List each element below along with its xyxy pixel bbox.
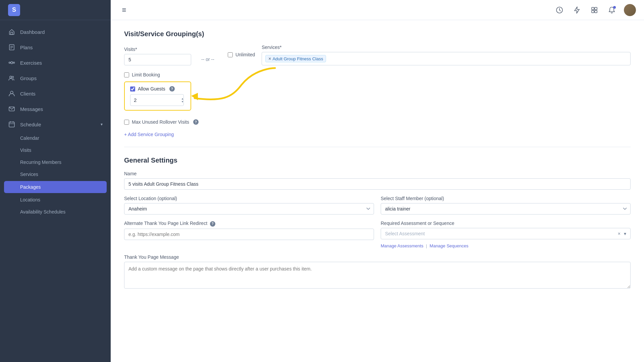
plans-icon	[8, 44, 15, 51]
allow-guests-help-icon[interactable]: ?	[169, 86, 175, 92]
allow-guests-checkbox-row: Allow Guests ?	[130, 86, 185, 92]
general-settings-title: General Settings	[124, 157, 631, 164]
notification-icon[interactable]	[606, 5, 617, 15]
services-tag-input[interactable]: × Adult Group Fitness Class	[262, 52, 631, 65]
guests-input-wrap: ▲ ▼	[130, 94, 185, 106]
sidebar-item-plans[interactable]: Plans	[0, 40, 111, 55]
svg-point-5	[9, 62, 10, 63]
visits-input[interactable]	[124, 54, 191, 65]
sub-item-label: Calendar	[20, 135, 39, 141]
sidebar-item-exercises[interactable]: Exercises	[0, 55, 111, 70]
sidebar-sub-item-availability-schedules[interactable]: Availability Schedules	[0, 206, 111, 218]
sidebar-item-label: Messages	[20, 106, 43, 112]
max-rollover-help-icon[interactable]: ?	[193, 119, 199, 125]
service-tag: × Adult Group Fitness Class	[265, 55, 326, 62]
svg-marker-19	[575, 7, 579, 13]
sidebar-item-dashboard[interactable]: Dashboard	[0, 24, 111, 40]
location-group: Select Location (optional) Anaheim	[124, 196, 374, 215]
svg-point-6	[13, 62, 15, 63]
sidebar-item-label: Groups	[20, 75, 37, 81]
manage-sequences-link[interactable]: Manage Sequences	[430, 243, 469, 248]
sub-item-label: Availability Schedules	[20, 209, 65, 215]
or-divider: -- or --	[198, 46, 221, 65]
groups-icon	[8, 74, 15, 82]
exercises-icon	[8, 59, 15, 66]
svg-point-11	[12, 76, 14, 78]
sidebar-sub-item-packages[interactable]: Packages	[4, 181, 107, 193]
sidebar-item-groups[interactable]: Groups	[0, 70, 111, 86]
svg-rect-14	[9, 122, 14, 127]
svg-rect-23	[595, 10, 597, 13]
limit-booking-label[interactable]: Limit Booking	[132, 72, 160, 77]
sidebar-logo: S	[0, 0, 111, 20]
alt-thankyou-label: Alternate Thank You Page Link Redirect ?	[124, 221, 374, 227]
sidebar-item-label: Clients	[20, 91, 36, 97]
thankyou-message-label: Thank You Page Message	[124, 254, 631, 260]
allow-guests-box: Allow Guests ? ▲ ▼	[124, 81, 191, 111]
assessment-group: Required Assessment or Sequence Select A…	[381, 221, 631, 248]
name-group: Name	[124, 171, 631, 190]
assessment-placeholder: Select Assessment	[385, 231, 425, 236]
allow-guests-label[interactable]: Allow Guests	[138, 86, 165, 92]
lightning-icon[interactable]	[572, 5, 582, 15]
avatar[interactable]	[624, 4, 636, 16]
limit-booking-row: Limit Booking	[124, 72, 631, 77]
content-inner: Visit/Service Grouping(s) Visits* -- or …	[111, 20, 644, 362]
alt-thankyou-group: Alternate Thank You Page Link Redirect ?	[124, 221, 374, 240]
assessment-select[interactable]: Select Assessment × ▾	[381, 228, 631, 239]
grouping-section-title: Visit/Service Grouping(s)	[124, 30, 631, 38]
sidebar-item-schedule[interactable]: Schedule ▾	[0, 117, 111, 132]
spinner-down-btn[interactable]: ▼	[181, 100, 184, 103]
svg-rect-21	[595, 7, 597, 10]
guests-number-input[interactable]	[130, 94, 184, 106]
manage-links: Manage Assessments | Manage Sequences	[381, 243, 631, 248]
name-label: Name	[124, 171, 631, 176]
assessment-clear-btn[interactable]: ×	[618, 231, 621, 236]
max-rollover-label[interactable]: Max Unused Rollover Visits	[132, 119, 189, 125]
content-area: Visit/Service Grouping(s) Visits* -- or …	[111, 20, 644, 362]
sub-item-label: Recurring Members	[20, 160, 61, 165]
max-rollover-row: Max Unused Rollover Visits ?	[124, 119, 631, 125]
sub-item-label: Services	[20, 172, 38, 177]
sidebar-item-clients[interactable]: Clients	[0, 86, 111, 101]
grid-icon[interactable]	[589, 5, 600, 15]
general-settings-section: General Settings Name Select Location (o…	[124, 157, 631, 289]
unlimited-label[interactable]: Unlimited	[235, 52, 255, 57]
limit-booking-checkbox[interactable]	[124, 72, 129, 77]
sidebar-sub-item-locations[interactable]: Locations	[0, 194, 111, 206]
staff-select[interactable]: alicia trainer	[381, 203, 631, 215]
menu-icon[interactable]: ≡	[119, 5, 129, 15]
name-input[interactable]	[124, 178, 631, 190]
alt-thankyou-help-icon[interactable]: ?	[210, 221, 215, 227]
sidebar-sub-item-recurring-members[interactable]: Recurring Members	[0, 156, 111, 168]
assessment-label: Required Assessment or Sequence	[381, 221, 631, 226]
top-header: ≡	[111, 0, 644, 20]
visits-group: Visits*	[124, 47, 191, 65]
tag-remove-btn[interactable]: ×	[268, 56, 271, 61]
avatar-image	[624, 4, 636, 16]
section-divider	[124, 147, 631, 147]
header-left: ≡	[119, 5, 129, 15]
thankyou-message-group: Thank You Page Message	[124, 254, 631, 289]
main-area: ≡ Visit/Service Grouping(s)	[111, 0, 644, 362]
location-select[interactable]: Anaheim	[124, 203, 374, 215]
svg-rect-0	[11, 32, 13, 35]
sidebar-sub-item-calendar[interactable]: Calendar	[0, 132, 111, 144]
logo-icon: S	[8, 4, 20, 16]
spinner-up-btn[interactable]: ▲	[181, 97, 184, 100]
manage-assessments-link[interactable]: Manage Assessments	[381, 243, 423, 248]
messages-icon	[8, 105, 15, 113]
services-label: Services*	[262, 45, 631, 50]
alt-thankyou-input[interactable]	[124, 229, 374, 240]
allow-guests-checkbox[interactable]	[130, 86, 135, 92]
sidebar-sub-item-services[interactable]: Services	[0, 168, 111, 180]
sidebar-item-messages[interactable]: Messages	[0, 101, 111, 117]
unlimited-checkbox[interactable]	[228, 52, 233, 57]
thankyou-textarea[interactable]	[124, 262, 631, 289]
sidebar-sub-item-visits[interactable]: Visits	[0, 144, 111, 156]
clock-icon[interactable]	[554, 5, 565, 15]
chevron-down-icon: ▾	[101, 122, 103, 127]
svg-rect-22	[592, 10, 594, 13]
add-service-grouping-link[interactable]: + Add Service Grouping	[124, 132, 174, 137]
max-rollover-checkbox[interactable]	[124, 120, 129, 125]
